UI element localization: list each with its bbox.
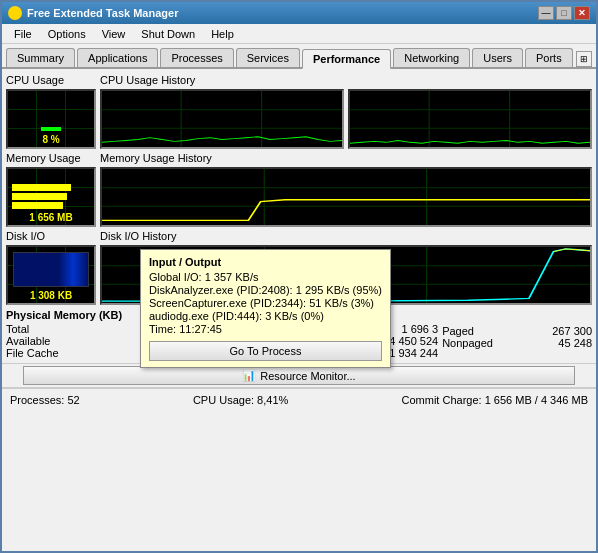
status-processes: Processes: 52 xyxy=(10,394,80,406)
status-cpu-usage: CPU Usage: 8,41% xyxy=(193,394,288,406)
tab-networking[interactable]: Networking xyxy=(393,48,470,67)
resource-monitor-icon: 📊 xyxy=(242,369,256,382)
close-button[interactable]: ✕ xyxy=(574,6,590,20)
physical-filecache-label: File Cache xyxy=(6,347,59,359)
window-controls: — □ ✕ xyxy=(538,6,590,20)
tooltip-row-4: Time: 11:27:45 xyxy=(149,323,382,335)
status-bar: Processes: 52 CPU Usage: 8,41% Commit Ch… xyxy=(2,388,596,410)
menu-shutdown[interactable]: Shut Down xyxy=(133,27,203,41)
cpu-value: 8 % xyxy=(8,134,94,145)
menu-bar: File Options View Shut Down Help xyxy=(2,24,596,44)
kernel-memory-stats: Paged 267 300 Nonpaged 45 248 xyxy=(442,309,592,359)
paged-row: Paged 267 300 xyxy=(442,325,592,337)
cpu-history-label: CPU Usage History xyxy=(100,73,592,87)
main-content: CPU Usage 8 % CPU Usage History xyxy=(2,69,596,363)
physical-total-label: Total xyxy=(6,323,29,335)
memory-monitor-section: Memory Usage 1 656 MB xyxy=(6,151,96,227)
memory-value: 1 656 MB xyxy=(8,212,94,223)
memory-label: Memory Usage xyxy=(6,151,81,165)
nonpaged-label: Nonpaged xyxy=(442,337,493,349)
resource-monitor-button[interactable]: 📊 Resource Monitor... xyxy=(23,366,576,385)
tab-restore-button[interactable]: ⊞ xyxy=(576,51,592,67)
cpu-monitor-section: CPU Usage 8 % xyxy=(6,73,96,149)
memory-history-label: Memory Usage History xyxy=(100,151,592,165)
cpu-label: CPU Usage xyxy=(6,73,64,87)
cpu-history-graph-2 xyxy=(348,89,592,149)
cpu-row: CPU Usage 8 % CPU Usage History xyxy=(6,73,592,149)
menu-file[interactable]: File xyxy=(6,27,40,41)
tab-ports[interactable]: Ports xyxy=(525,48,573,67)
tab-performance[interactable]: Performance xyxy=(302,49,391,69)
window-title: Free Extended Task Manager xyxy=(27,7,178,19)
tooltip-row-1: DiskAnalyzer.exe (PID:2408): 1 295 KB/s … xyxy=(149,284,382,296)
commit-total-value: 1 696 3 xyxy=(401,323,438,335)
resource-monitor-label: Resource Monitor... xyxy=(260,370,355,382)
menu-options[interactable]: Options xyxy=(40,27,94,41)
tooltip-title: Input / Output xyxy=(149,256,382,268)
physical-available-label: Available xyxy=(6,335,50,347)
tab-processes[interactable]: Processes xyxy=(160,48,233,67)
memory-monitor: 1 656 MB xyxy=(6,167,96,227)
tab-bar: Summary Applications Processes Services … xyxy=(2,44,596,69)
memory-row: Memory Usage 1 656 MB Memory Usage xyxy=(6,151,592,227)
menu-help[interactable]: Help xyxy=(203,27,242,41)
tab-services[interactable]: Services xyxy=(236,48,300,67)
tooltip-row-2: ScreenCapturer.exe (PID:2344): 51 KB/s (… xyxy=(149,297,382,309)
tab-summary[interactable]: Summary xyxy=(6,48,75,67)
disk-value: 1 308 KB xyxy=(8,290,94,301)
tab-applications[interactable]: Applications xyxy=(77,48,158,67)
nonpaged-row: Nonpaged 45 248 xyxy=(442,337,592,349)
disk-row: Disk I/O 1 308 KB Disk I/O History xyxy=(6,229,592,305)
memory-history-graph xyxy=(100,167,592,227)
io-tooltip: Input / Output Global I/O: 1 357 KB/s Di… xyxy=(140,249,391,368)
cpu-history-area xyxy=(100,89,592,149)
cpu-history-graph-1 xyxy=(100,89,344,149)
cpu-monitor: 8 % xyxy=(6,89,96,149)
nonpaged-value: 45 248 xyxy=(558,337,592,349)
disk-history-label: Disk I/O History xyxy=(100,229,592,243)
tab-users[interactable]: Users xyxy=(472,48,523,67)
commit-peak-value: 1 934 244 xyxy=(389,347,438,359)
tooltip-row-0: Global I/O: 1 357 KB/s xyxy=(149,271,382,283)
maximize-button[interactable]: □ xyxy=(556,6,572,20)
minimize-button[interactable]: — xyxy=(538,6,554,20)
menu-view[interactable]: View xyxy=(94,27,134,41)
tooltip-row-3: audiodg.exe (PID:444): 3 KB/s (0%) xyxy=(149,310,382,322)
app-icon xyxy=(8,6,22,20)
paged-label: Paged xyxy=(442,325,474,337)
disk-monitor: 1 308 KB xyxy=(6,245,96,305)
paged-value: 267 300 xyxy=(552,325,592,337)
title-bar: Free Extended Task Manager — □ ✕ xyxy=(2,2,596,24)
commit-limit-value: 4 450 524 xyxy=(389,335,438,347)
status-commit-charge: Commit Charge: 1 656 MB / 4 346 MB xyxy=(402,394,588,406)
disk-label: Disk I/O xyxy=(6,229,45,243)
disk-monitor-section: Disk I/O 1 308 KB xyxy=(6,229,96,305)
go-to-process-button[interactable]: Go To Process xyxy=(149,341,382,361)
